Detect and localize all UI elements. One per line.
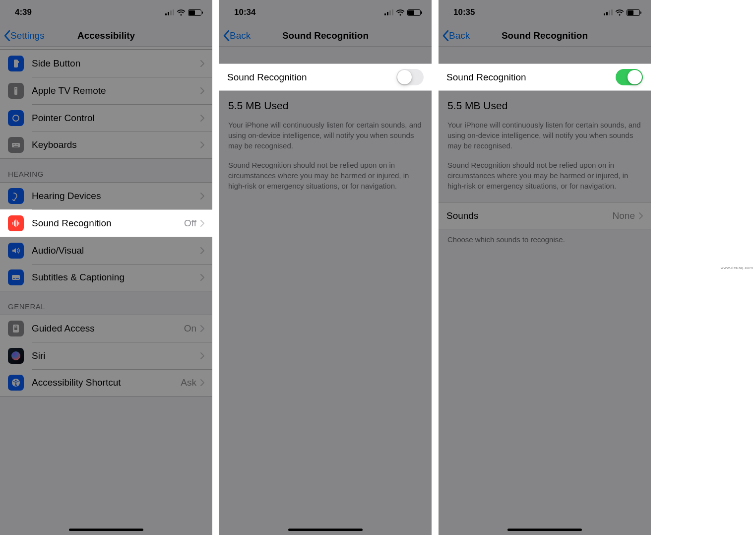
svg-rect-0 [14, 60, 18, 67]
nav-title: Sound Recognition [502, 30, 588, 41]
wifi-icon [615, 9, 624, 16]
guided-access-icon [8, 321, 24, 336]
watermark: www.deuaq.com [721, 266, 753, 270]
home-indicator[interactable] [288, 529, 363, 531]
back-label: Back [449, 30, 470, 41]
description-2: Sound Recognition should not be relied u… [439, 151, 651, 202]
back-label: Settings [10, 30, 45, 41]
row-apple-tv-remote[interactable]: Apple TV Remote [0, 77, 212, 104]
row-sounds[interactable]: Sounds None [439, 202, 651, 229]
row-label: Siri [32, 350, 200, 361]
subtitles-icon [8, 269, 24, 285]
row-audio-visual[interactable]: Audio/Visual [0, 237, 212, 264]
cellular-icon [384, 9, 393, 15]
row-accessibility-shortcut[interactable]: Accessibility Shortcut Ask [0, 369, 212, 397]
row-hearing-devices[interactable]: Hearing Devices [0, 182, 212, 209]
content: Sound Recognition 5.5 MB Used Your iPhon… [439, 47, 651, 535]
row-guided-access[interactable]: Guided Access On [0, 315, 212, 342]
chevron-right-icon [200, 87, 204, 94]
row-label: Sounds [446, 210, 613, 221]
row-label: Keyboards [32, 139, 200, 150]
row-side-button[interactable]: Side Button [0, 50, 212, 77]
row-label: Sound Recognition [32, 218, 184, 229]
side-button-icon [8, 56, 24, 71]
section-header-general: GENERAL [0, 291, 212, 315]
chevron-right-icon [200, 115, 204, 122]
row-sound-recognition[interactable]: Sound Recognition Off [0, 209, 212, 237]
sound-recognition-icon [8, 215, 24, 231]
row-value: Ask [181, 377, 196, 388]
chevron-left-icon [4, 30, 10, 41]
row-label: Guided Access [32, 323, 184, 334]
sound-recognition-toggle[interactable] [396, 69, 424, 85]
chevron-right-icon [200, 274, 204, 281]
row-siri[interactable]: Siri [0, 342, 212, 369]
chevron-right-icon [200, 247, 204, 254]
row-keyboards[interactable]: Keyboards [0, 132, 212, 159]
svg-rect-10 [14, 146, 18, 147]
section-header-hearing: HEARING [0, 159, 212, 182]
status-indicators [384, 9, 421, 16]
screen-sound-recognition-off: 10:34 Back Sound Recognition Sound Recog… [219, 0, 432, 535]
svg-point-22 [15, 380, 17, 381]
nav-bar: Back Sound Recognition [219, 25, 432, 47]
row-pointer-control[interactable]: Pointer Control [0, 104, 212, 132]
status-time: 4:39 [15, 7, 32, 17]
apple-tv-remote-icon [8, 83, 24, 99]
chevron-right-icon [200, 141, 204, 148]
back-button[interactable]: Back [442, 25, 470, 46]
chevron-right-icon [639, 212, 643, 219]
svg-rect-17 [13, 278, 15, 279]
row-label: Hearing Devices [32, 191, 200, 201]
home-indicator[interactable] [69, 529, 143, 531]
back-button[interactable]: Back [223, 25, 251, 46]
battery-icon [407, 9, 421, 16]
nav-bar: Settings Accessibility [0, 25, 212, 47]
battery-icon [627, 9, 640, 16]
chevron-left-icon [223, 30, 230, 41]
description-1: Your iPhone will continuously listen for… [219, 117, 432, 151]
row-label: Side Button [32, 58, 200, 69]
nav-bar: Back Sound Recognition [439, 25, 651, 47]
hearing-devices-icon [8, 188, 24, 204]
row-value: None [613, 210, 635, 221]
home-indicator[interactable] [507, 529, 582, 531]
cellular-icon [604, 9, 613, 15]
nav-title: Sound Recognition [282, 30, 369, 41]
row-value: On [184, 323, 196, 334]
chevron-right-icon [200, 379, 204, 386]
chevron-right-icon [200, 325, 204, 332]
accessibility-shortcut-icon [8, 375, 24, 391]
row-label: Accessibility Shortcut [32, 377, 181, 388]
back-label: Back [230, 30, 251, 41]
status-time: 10:35 [453, 7, 475, 17]
svg-rect-18 [16, 278, 19, 279]
svg-rect-16 [12, 275, 20, 280]
svg-point-3 [15, 88, 16, 89]
status-bar: 10:34 [219, 0, 432, 25]
chevron-right-icon [200, 60, 204, 67]
row-sound-recognition-toggle: Sound Recognition [219, 64, 432, 91]
storage-used: 5.5 MB Used [439, 91, 651, 117]
status-bar: 4:39 [0, 0, 212, 25]
storage-used: 5.5 MB Used [219, 91, 432, 117]
wifi-icon [177, 9, 186, 16]
row-label: Pointer Control [32, 113, 200, 124]
chevron-left-icon [442, 30, 449, 41]
row-label: Subtitles & Captioning [32, 272, 200, 283]
row-label: Audio/Visual [32, 245, 200, 256]
pointer-control-icon [8, 110, 24, 126]
content: Sound Recognition 5.5 MB Used Your iPhon… [219, 47, 432, 535]
row-label: Apple TV Remote [32, 85, 200, 96]
row-subtitles[interactable]: Subtitles & Captioning [0, 264, 212, 291]
chevron-right-icon [200, 220, 204, 227]
toggle-label: Sound Recognition [227, 72, 396, 83]
back-button[interactable]: Settings [4, 25, 45, 46]
svg-rect-9 [17, 144, 18, 145]
svg-rect-2 [14, 87, 17, 95]
svg-rect-6 [13, 144, 14, 145]
status-indicators [604, 9, 640, 16]
wifi-icon [396, 9, 405, 16]
sound-recognition-toggle[interactable] [616, 69, 643, 85]
status-indicators [165, 9, 201, 16]
